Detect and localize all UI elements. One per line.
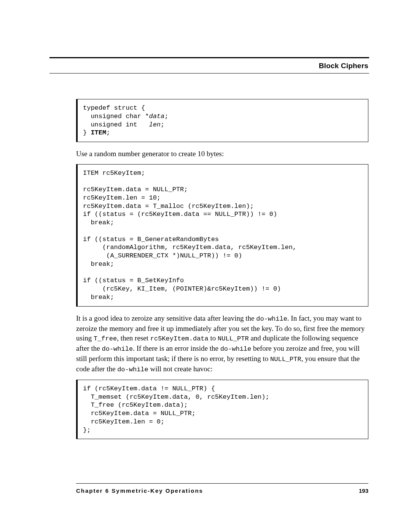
body-text: It is a good idea to zeroize any sensiti… (76, 314, 256, 322)
body-text: , then reset (117, 334, 150, 342)
header-thin-rule (49, 73, 369, 73)
section-title: Block Ciphers (319, 62, 368, 70)
code-text: } (83, 129, 91, 136)
code-italic: data (149, 113, 164, 120)
inline-code: NULL_PTR (270, 356, 301, 363)
code-block-struct: typedef struct { unsigned char *data; un… (76, 99, 368, 142)
paragraph-zeroize: It is a good idea to zeroize any sensiti… (76, 313, 368, 374)
body-text: to (209, 334, 218, 342)
paragraph-intro: Use a random number generator to create … (76, 149, 368, 159)
inline-code: do-while (220, 345, 252, 353)
code-text: ; (106, 129, 110, 136)
header-top-rule (49, 57, 369, 58)
code-block-cleanup: if (rc5KeyItem.data != NULL_PTR) { T_mem… (76, 380, 368, 439)
code-line: typedef struct { (83, 104, 145, 112)
content-area: typedef struct { unsigned char *data; un… (76, 95, 368, 446)
body-text: will not create havoc: (148, 365, 213, 373)
code-italic: len (149, 121, 161, 128)
code-line: unsigned char *data; (83, 113, 168, 120)
code-text: ; (161, 121, 164, 128)
footer-chapter-label: Chapter 6 Symmetric-Key Operations (76, 487, 203, 494)
inline-code: rc5KeyItem.data (150, 335, 209, 342)
page-footer: Chapter 6 Symmetric-Key Operations 193 (76, 483, 368, 494)
code-block-random: ITEM rc5KeyItem; rc5KeyItem.data = NULL_… (76, 164, 368, 307)
code-line: unsigned int len; (83, 121, 164, 128)
footer-line: Chapter 6 Symmetric-Key Operations 193 (76, 487, 368, 494)
inline-code: do-while (256, 315, 287, 323)
inline-code: do-while (117, 366, 148, 373)
code-text: unsigned int (83, 121, 149, 128)
code-line: } ITEM; (83, 129, 110, 136)
inline-code: T_free (94, 335, 117, 342)
code-text: ; (164, 113, 168, 120)
inline-code: NULL_PTR (218, 335, 249, 342)
footer-rule (76, 483, 368, 484)
code-text: unsigned char * (83, 113, 149, 120)
page: Block Ciphers typedef struct { unsigned … (0, 0, 411, 532)
code-bold: ITEM (91, 129, 106, 136)
footer-page-number: 193 (359, 487, 368, 494)
body-text: . If there is an error inside the (133, 344, 220, 352)
inline-code: do-while (102, 345, 133, 353)
